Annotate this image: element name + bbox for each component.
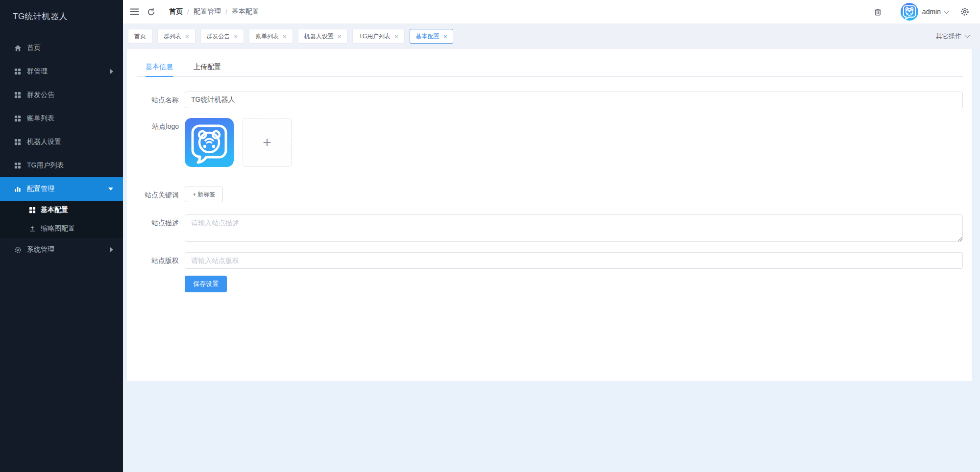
- form-row-site-logo: 站点logo: [137, 118, 963, 167]
- app-root: TG统计机器人 首页 群管理 群发公告: [0, 0, 980, 472]
- sidebar-item-thumbnail-config[interactable]: 缩略图配置: [0, 219, 123, 238]
- form-row-save: 保存设置: [137, 276, 963, 292]
- breadcrumb: 首页 / 配置管理 / 基本配置: [169, 7, 259, 16]
- sidebar-item-home[interactable]: 首页: [0, 36, 123, 60]
- breadcrumb-basic-config: 基本配置: [232, 7, 259, 16]
- tab-basic-info[interactable]: 基本信息: [146, 57, 173, 76]
- sidebar-item-broadcast[interactable]: 群发公告: [0, 83, 123, 107]
- sidebar-item-label: 群管理: [27, 67, 48, 76]
- close-icon[interactable]: ×: [338, 33, 342, 40]
- hamburger-icon[interactable]: [130, 8, 139, 16]
- gear-icon[interactable]: [960, 7, 969, 16]
- sidebar-menu: 首页 群管理 群发公告 账单列表: [0, 36, 123, 261]
- tag-tab-home[interactable]: 首页: [128, 29, 152, 44]
- sidebar-item-basic-config[interactable]: 基本配置: [0, 201, 123, 219]
- breadcrumb-config-manage: 配置管理: [194, 7, 221, 16]
- tags-view-bar: 首页 群列表 × 群发公告 × 账单列表 × 机器人设置 × TG用户列表 ×: [123, 24, 980, 49]
- close-icon[interactable]: ×: [443, 33, 447, 40]
- site-name-label: 站点名称: [137, 92, 179, 108]
- add-tag-button[interactable]: + 新标签: [185, 187, 223, 202]
- more-operations-label: 其它操作: [936, 32, 961, 41]
- content-tabs: 基本信息 上传配置: [137, 57, 963, 77]
- sidebar-item-label: 配置管理: [27, 185, 54, 193]
- site-desc-textarea[interactable]: [185, 214, 963, 242]
- top-header: 首页 / 配置管理 / 基本配置: [123, 0, 980, 24]
- tag-tab-tg-users[interactable]: TG用户列表 ×: [352, 29, 404, 44]
- sidebar-item-label: 缩略图配置: [41, 224, 75, 233]
- tag-tab-bills[interactable]: 账单列表 ×: [249, 29, 293, 44]
- sidebar-item-bills[interactable]: 账单列表: [0, 107, 123, 130]
- sidebar-item-label: 系统管理: [27, 245, 54, 254]
- tag-tab-label: TG用户列表: [359, 32, 391, 41]
- close-icon[interactable]: ×: [283, 33, 287, 40]
- form-row-site-keywords: 站点关键词 + 新标签: [137, 187, 963, 203]
- site-keywords-label: 站点关键词: [137, 187, 179, 203]
- sidebar-item-robot-settings[interactable]: 机器人设置: [0, 130, 123, 154]
- sidebar-item-label: TG用户列表: [27, 161, 64, 170]
- refresh-icon[interactable]: [147, 8, 155, 16]
- tag-tab-label: 账单列表: [255, 32, 279, 41]
- chevron-down-icon[interactable]: [944, 8, 949, 14]
- tag-tab-basic-config[interactable]: 基本配置 ×: [410, 29, 454, 44]
- close-icon[interactable]: ×: [185, 33, 189, 40]
- site-copyright-input[interactable]: [185, 252, 963, 269]
- tag-tab-label: 首页: [134, 32, 146, 41]
- sidebar-item-label: 机器人设置: [27, 138, 61, 146]
- form-row-site-name: 站点名称: [137, 92, 963, 108]
- username-label[interactable]: admin: [922, 8, 941, 16]
- content-card: 基本信息 上传配置 站点名称 站点logo: [127, 49, 972, 381]
- sidebar-item-tg-users[interactable]: TG用户列表: [0, 154, 123, 177]
- grid-icon: [14, 68, 22, 75]
- form-row-site-desc: 站点描述: [137, 214, 963, 244]
- tag-tab-broadcast[interactable]: 群发公告 ×: [200, 29, 245, 44]
- breadcrumb-separator: /: [225, 8, 227, 16]
- form-row-site-copyright: 站点版权: [137, 252, 963, 269]
- sidebar-item-config-manage[interactable]: 配置管理: [0, 177, 123, 201]
- save-settings-button[interactable]: 保存设置: [185, 276, 227, 292]
- home-icon: [14, 44, 22, 52]
- chevron-right-icon: [110, 247, 113, 252]
- bar-chart-icon: [14, 185, 22, 193]
- basic-config-form: 站点名称 站点logo: [137, 92, 963, 292]
- grid-icon: [28, 207, 36, 214]
- site-copyright-label: 站点版权: [137, 252, 179, 269]
- chevron-down-icon: [964, 32, 970, 38]
- grid-icon: [14, 91, 22, 99]
- site-logo-image[interactable]: [185, 118, 234, 167]
- gear-icon: [14, 246, 22, 254]
- logo-upload-button[interactable]: +: [243, 118, 292, 167]
- upload-icon: [28, 225, 36, 233]
- breadcrumb-home[interactable]: 首页: [169, 7, 183, 16]
- content-wrap: 基本信息 上传配置 站点名称 站点logo: [123, 49, 980, 472]
- close-icon[interactable]: ×: [234, 33, 238, 40]
- tag-tab-label: 群发公告: [207, 32, 230, 41]
- grid-icon: [14, 162, 22, 169]
- tag-tab-robot-settings[interactable]: 机器人设置 ×: [298, 29, 348, 44]
- sidebar-item-label: 账单列表: [27, 114, 54, 123]
- tag-tab-group-list[interactable]: 群列表 ×: [157, 29, 196, 44]
- app-title: TG统计机器人: [0, 0, 123, 32]
- sidebar-item-group-manage[interactable]: 群管理: [0, 60, 123, 83]
- chevron-right-icon: [110, 69, 113, 74]
- grid-icon: [14, 138, 22, 146]
- sidebar-item-label: 首页: [27, 44, 41, 52]
- sidebar-item-label: 群发公告: [27, 91, 54, 99]
- tag-tab-label: 基本配置: [416, 32, 440, 41]
- tab-upload-config[interactable]: 上传配置: [194, 57, 221, 76]
- site-logo-label: 站点logo: [137, 118, 179, 167]
- avatar[interactable]: [901, 3, 918, 21]
- close-icon[interactable]: ×: [394, 33, 398, 40]
- site-name-input[interactable]: [185, 92, 963, 108]
- tag-tab-label: 群列表: [164, 32, 181, 41]
- grid-icon: [14, 115, 22, 122]
- chevron-down-icon: [108, 188, 113, 190]
- sidebar-item-system-manage[interactable]: 系统管理: [0, 238, 123, 261]
- sidebar: TG统计机器人 首页 群管理 群发公告: [0, 0, 123, 472]
- sidebar-item-label: 基本配置: [41, 206, 68, 214]
- tag-tab-label: 机器人设置: [304, 32, 334, 41]
- main-area: 首页 / 配置管理 / 基本配置: [123, 0, 980, 472]
- trash-icon[interactable]: [874, 8, 882, 16]
- sidebar-submenu-config: 基本配置 缩略图配置: [0, 201, 123, 238]
- more-operations-dropdown[interactable]: 其它操作: [936, 24, 968, 49]
- breadcrumb-separator: /: [187, 8, 189, 16]
